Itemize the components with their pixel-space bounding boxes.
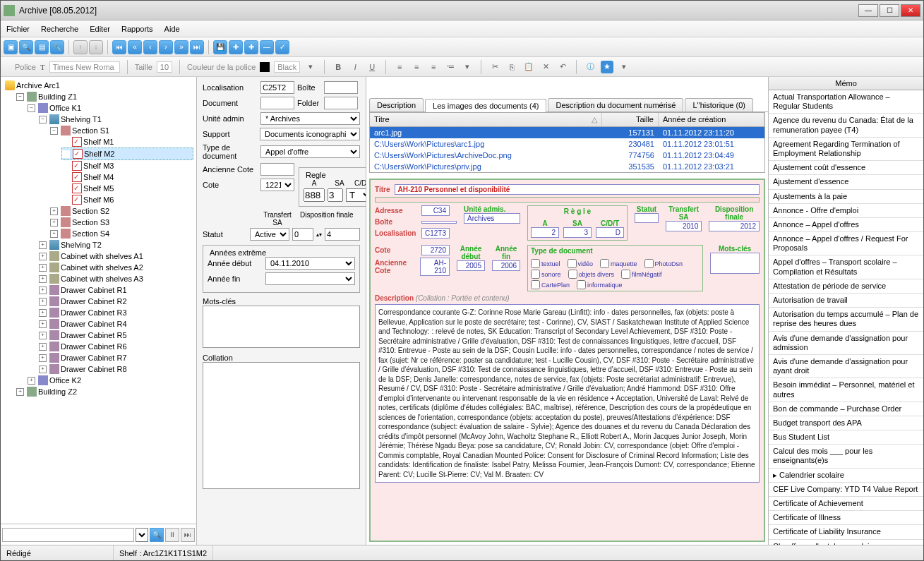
memo-item[interactable]: Budget transport des APA [769,416,923,430]
memo-item[interactable]: Agence du revenu du Canada: État de la r… [769,114,923,137]
tb-new[interactable]: ▣ [4,40,18,54]
collation-textarea[interactable] [203,362,360,489]
underline-button[interactable]: U [366,61,378,73]
boite-input[interactable] [324,81,358,94]
memo-item[interactable]: CEF Live Company: YTD T4 Value Report [769,483,923,497]
tree-search-select[interactable] [136,528,148,542]
memo-item[interactable]: Autorisation de travail [769,294,923,308]
size-select[interactable]: 10 [157,61,172,73]
copy-button[interactable]: ⎘ [505,61,518,73]
chk-CartePlan[interactable]: CartePlan [531,280,570,289]
hdr-titre[interactable]: Titre △ [370,113,602,126]
memo-item[interactable]: Ajustements à la paie [769,190,923,204]
tb-prevpg[interactable]: « [128,40,142,54]
tb-card[interactable]: ▤ [35,40,49,54]
memo-item[interactable]: Annonce – Appel d'offres [769,218,923,232]
hdr-annee[interactable]: Année de création [659,113,764,126]
memo-item[interactable]: Bon de commande – Purchase Order [769,402,923,416]
memo-item[interactable]: Ajustement d'essence [769,175,923,189]
minimize-button[interactable]: — [858,4,878,17]
close-button[interactable]: ✕ [901,4,920,17]
bullets[interactable]: ≔ [444,61,457,73]
support-select[interactable]: Documents iconographi [260,128,360,140]
table-row[interactable]: C:\Users\Work\Pictures\arc1.jpg23048101.… [370,138,764,150]
tree-nav1[interactable]: ⏸ [165,528,179,542]
tb-save[interactable]: 💾 [213,40,227,54]
debut-select[interactable]: 04.11.2010 [265,257,355,270]
memo-item[interactable]: Certificate of Liability Insurance [769,525,923,539]
tree-nav2[interactable]: ⏭ [181,528,195,542]
chk-PhotoDsn[interactable]: PhotoDsn [644,259,683,268]
align-center[interactable]: ≡ [410,61,423,73]
memo-item[interactable]: Avis d'une demande d'assignation pour ay… [769,355,923,378]
tab-description[interactable]: Description [369,98,424,111]
memo-item[interactable]: Bus Student List [769,430,923,445]
tb-search[interactable]: 🔍 [19,40,33,54]
doc-input[interactable] [260,97,294,109]
tb-prev[interactable]: ‹ [143,40,157,54]
chk-filmNégatif[interactable]: filmNégatif [621,270,662,279]
regle-cdt[interactable]: T [346,188,366,202]
tb-add[interactable]: ✚ [229,40,243,54]
menu-recherche[interactable]: Recherche [41,25,78,33]
tree-search-btn[interactable]: 🔍 [150,528,164,542]
menu-rapports[interactable]: Rapports [121,25,153,33]
unit-select[interactable]: * Archives [260,112,360,125]
loc-input[interactable] [260,81,294,94]
tb-first[interactable]: ⏮ [112,40,126,54]
memo-item[interactable]: Ajustement coût d'essence [769,161,923,175]
tb-next[interactable]: › [159,40,173,54]
color-dd[interactable]: ▾ [304,61,317,73]
expand-icon[interactable]: − [16,93,24,101]
regle-a[interactable] [304,188,325,202]
memo-item[interactable]: Chauffeurs d'autobus - salaire [769,540,923,545]
font-select[interactable]: Times New Roma [49,61,120,73]
chk-textuel[interactable]: textuel [531,259,560,268]
tab-images[interactable]: Les images des documents (4) [425,99,546,112]
color-select[interactable]: Black [274,61,300,73]
folder-input[interactable] [324,97,358,109]
info-button[interactable]: ⓘ [584,61,596,73]
tb-del[interactable]: — [260,40,274,54]
anc-input[interactable] [260,163,294,176]
memo-item[interactable]: Appel d'offres – Transport scolaire – Co… [769,255,923,279]
tab-history[interactable]: L''historique (0) [685,98,753,111]
spinner-icon[interactable]: ▴▾ [316,231,322,238]
memo-list[interactable]: Actual Transportation Allowance – Regula… [769,90,923,545]
table-row[interactable]: C:\Users\Work\Pictures\priv.jpg35153501.… [370,161,764,172]
regle-sa[interactable] [328,188,343,202]
tb-tool[interactable]: 🔧 [50,40,64,54]
memo-item[interactable]: Certificate of Achievement [769,497,923,511]
star-button[interactable]: ★ [601,61,613,73]
tb-check[interactable]: ✓ [275,40,289,54]
fin-select[interactable] [265,272,355,285]
tb-down[interactable]: ↓ [89,40,103,54]
memo-item[interactable]: Annonce – Appel d'offres / Request For P… [769,232,923,255]
maximize-button[interactable]: ☐ [880,4,899,17]
cancel-button[interactable]: ✕ [539,61,552,73]
italic-button[interactable]: I [349,61,361,73]
mots-textarea[interactable] [203,306,360,348]
paste-button[interactable]: 📋 [522,61,535,73]
tb-add2[interactable]: ✚ [244,40,258,54]
menu-aide[interactable]: Aide [164,25,180,33]
menu-editer[interactable]: Editer [90,25,110,33]
table-row[interactable]: C:\Users\Work\Pictures\ArchiveDoc.png774… [370,150,764,161]
chk-sonore[interactable]: sonore [531,270,561,279]
align-dd[interactable]: ▾ [461,61,474,73]
type-select[interactable]: Appel d'offre [260,145,360,158]
chk-informatique[interactable]: informatique [577,280,623,289]
statut-select[interactable]: Active [250,228,289,241]
table-row[interactable]: arc1.jpg15713101.11.2012 23:11:20 [370,127,764,138]
memo-item[interactable]: Attestation de période de service [769,279,923,294]
align-right[interactable]: ≡ [427,61,440,73]
align-left[interactable]: ≡ [393,61,406,73]
memo-item[interactable]: Actual Transportation Allowance – Regula… [769,90,923,114]
star-dd[interactable]: ▾ [618,61,630,73]
memo-item[interactable]: Avis d'une demande d'assignation pour ad… [769,332,923,355]
memo-item[interactable]: Agreement Regarding Termination of Emplo… [769,138,923,161]
transfert-input[interactable] [292,228,313,241]
disp-input[interactable] [325,228,360,241]
memo-item[interactable]: Besoin immédiat – Personnel, matériel et… [769,378,923,402]
tab-scan[interactable]: Description du document numérisé [548,98,683,111]
